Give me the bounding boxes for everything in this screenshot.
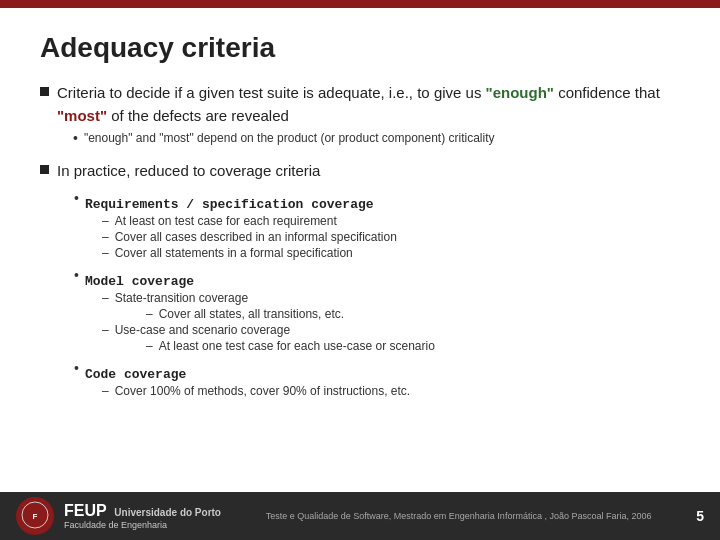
code-item-1: – Cover 100% of methods, cover 90% of in… [102,384,680,398]
model-coverage-title: Model coverage [85,274,194,289]
model-sub-item-1: – Cover all states, all transitions, etc… [146,307,680,321]
footer: F FEUP Universidade do Porto Faculdade d… [0,492,720,540]
main-content: Adequacy criteria Criteria to decide if … [0,8,720,422]
bullet-square-2 [40,165,49,174]
bullet1-highlight1: "enough" [486,84,554,101]
model-items: – State-transition coverage – Cover all … [102,291,680,353]
model-sub-item-2: – At least one test case for each use-ca… [146,339,680,353]
req-coverage-title: Requirements / specification coverage [85,197,374,212]
dash-1: – [102,214,109,228]
footer-page-number: 5 [696,508,704,524]
model-dash-1: – [102,291,109,305]
university-name: Universidade do Porto [114,507,221,518]
bullet2-text: In practice, reduced to coverage criteri… [57,162,320,179]
footer-course-text: Teste e Qualidade de Software, Mestrado … [221,511,696,521]
top-bar [0,0,720,8]
bullet1-text-before: Criteria to decide if a given test suite… [57,84,486,101]
bullet1-text-after: of the defects are revealed [107,107,289,124]
sub-dot-1: • [73,130,78,146]
req-coverage-section: • Requirements / specification coverage … [74,191,680,260]
feup-text: FEUP Universidade do Porto Faculdade de … [64,502,221,530]
level2-content: • Requirements / specification coverage … [74,191,680,398]
model-item-2-text: Use-case and scenario coverage [115,323,290,337]
req-item-1-text: At least on test case for each requireme… [115,214,337,228]
bullet-square-1 [40,87,49,96]
svg-text:F: F [33,512,38,521]
model-item-2: – Use-case and scenario coverage [102,323,680,337]
model-sub-item-1-text: Cover all states, all transitions, etc. [159,307,344,321]
page-title: Adequacy criteria [40,32,680,64]
code-items: – Cover 100% of methods, cover 90% of in… [102,384,680,398]
model-coverage-section: • Model coverage – State-transition cove… [74,268,680,353]
code-item-1-text: Cover 100% of methods, cover 90% of inst… [115,384,410,398]
model-sub-dash-1: – [146,307,153,321]
content-list: Criteria to decide if a given test suite… [40,82,680,398]
dash-2: – [102,230,109,244]
feup-label: FEUP [64,502,107,519]
req-item-2: – Cover all cases described in an inform… [102,230,680,244]
feup-name: FEUP Universidade do Porto [64,502,221,520]
req-dot: • [74,190,79,206]
model-item-1: – State-transition coverage [102,291,680,305]
req-items: – At least on test case for each require… [102,214,680,260]
list-item-2: In practice, reduced to coverage criteri… [40,160,680,398]
model-dash-2: – [102,323,109,337]
feup-logo-text: F [21,501,49,532]
req-item-3: – Cover all statements in a formal speci… [102,246,680,260]
feup-logo: F [16,497,54,535]
footer-left: F FEUP Universidade do Porto Faculdade d… [16,497,221,535]
list-item-1: Criteria to decide if a given test suite… [40,82,680,146]
bullet1-text: Criteria to decide if a given test suite… [57,84,660,124]
model-sub-item-2-text: At least one test case for each use-case… [159,339,435,353]
dash-3: – [102,246,109,260]
bullet1-text-middle: confidence that [554,84,660,101]
code-coverage-section: • Code coverage – Cover 100% of methods,… [74,361,680,398]
code-dot: • [74,360,79,376]
model-dot: • [74,267,79,283]
req-item-2-text: Cover all cases described in an informal… [115,230,397,244]
model-sub-dash-2: – [146,339,153,353]
req-item-3-text: Cover all statements in a formal specifi… [115,246,353,260]
faculty-name: Faculdade de Engenharia [64,520,221,530]
code-coverage-title: Code coverage [85,367,186,382]
code-dash-1: – [102,384,109,398]
bullet1-highlight2: "most" [57,107,107,124]
sub-item-1: • "enough" and "most" depend on the prod… [73,131,680,146]
sub1-text: "enough" and "most" depend on the produc… [84,131,495,145]
req-item-1: – At least on test case for each require… [102,214,680,228]
model-item-1-text: State-transition coverage [115,291,248,305]
